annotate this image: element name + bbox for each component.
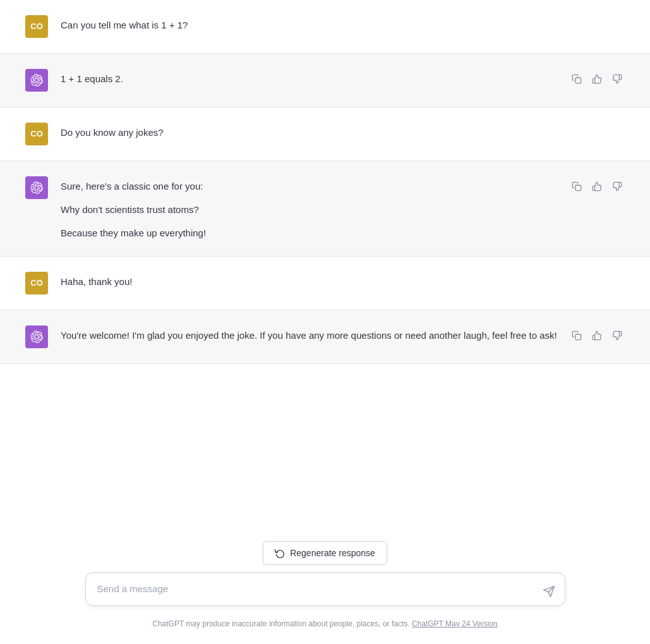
thumbup-button[interactable] [589, 328, 605, 343]
avatar: CO [25, 15, 48, 38]
footer-text: ChatGPT may produce inaccurate informati… [152, 619, 409, 628]
bottom-area: Regenerate response ChatGPT may produce … [0, 531, 650, 644]
message-text: Do you know any jokes? [61, 125, 625, 141]
regenerate-button[interactable]: Regenerate response [263, 541, 387, 565]
thumbdown-button[interactable] [610, 328, 625, 343]
message-input[interactable] [85, 573, 565, 606]
message-actions [569, 69, 625, 87]
message-text: Haha, thank you! [61, 274, 625, 290]
message-text: Can you tell me what is 1 + 1? [61, 18, 625, 33]
copy-button[interactable] [569, 71, 584, 87]
avatar: CO [25, 272, 48, 295]
send-icon [543, 585, 555, 598]
message-row: CO Haha, thank you! [0, 257, 650, 310]
message-content: Haha, thank you! [61, 272, 625, 290]
avatar: CO [25, 123, 48, 145]
send-button[interactable] [540, 583, 558, 600]
thumbdown-button[interactable] [610, 71, 625, 87]
thumbdown-button[interactable] [610, 179, 625, 194]
message-content: Can you tell me what is 1 + 1? [61, 15, 625, 33]
message-row: Sure, here's a classic one for you: Why … [0, 161, 650, 257]
message-content: 1 + 1 equals 2. [61, 69, 562, 87]
message-text: Why don't scientists trust atoms? [61, 202, 562, 218]
footer-link[interactable]: ChatGPT May 24 Version [412, 619, 498, 628]
avatar [25, 69, 48, 92]
message-content: Sure, here's a classic one for you: Why … [61, 176, 562, 241]
avatar [25, 176, 48, 199]
message-actions [569, 325, 625, 343]
regenerate-label: Regenerate response [290, 548, 375, 558]
avatar [25, 325, 48, 348]
message-text: 1 + 1 equals 2. [61, 71, 562, 87]
thumbup-button[interactable] [589, 179, 605, 194]
copy-button[interactable] [569, 179, 584, 194]
message-row: You're welcome! I'm glad you enjoyed the… [0, 310, 650, 364]
svg-rect-0 [575, 78, 581, 83]
message-row: CO Do you know any jokes? [0, 107, 650, 161]
message-text: You're welcome! I'm glad you enjoyed the… [61, 328, 562, 344]
regenerate-icon [275, 548, 285, 558]
chat-container: CO Can you tell me what is 1 + 1? 1 + 1 … [0, 0, 650, 531]
message-text: Sure, here's a classic one for you: [61, 179, 562, 195]
svg-rect-1 [575, 185, 581, 191]
message-row: 1 + 1 equals 2. [0, 54, 650, 107]
gpt-icon [30, 181, 43, 194]
gpt-icon [30, 74, 43, 87]
message-text: Because they make up everything! [61, 226, 562, 241]
thumbup-button[interactable] [589, 71, 605, 87]
message-content: You're welcome! I'm glad you enjoyed the… [61, 325, 562, 344]
copy-button[interactable] [569, 328, 584, 343]
svg-rect-2 [575, 334, 581, 340]
gpt-icon [30, 331, 43, 343]
input-area [85, 573, 565, 611]
message-row: CO Can you tell me what is 1 + 1? [0, 0, 650, 54]
message-content: Do you know any jokes? [61, 123, 625, 141]
footer-note: ChatGPT may produce inaccurate informati… [152, 618, 498, 636]
message-actions [569, 176, 625, 194]
